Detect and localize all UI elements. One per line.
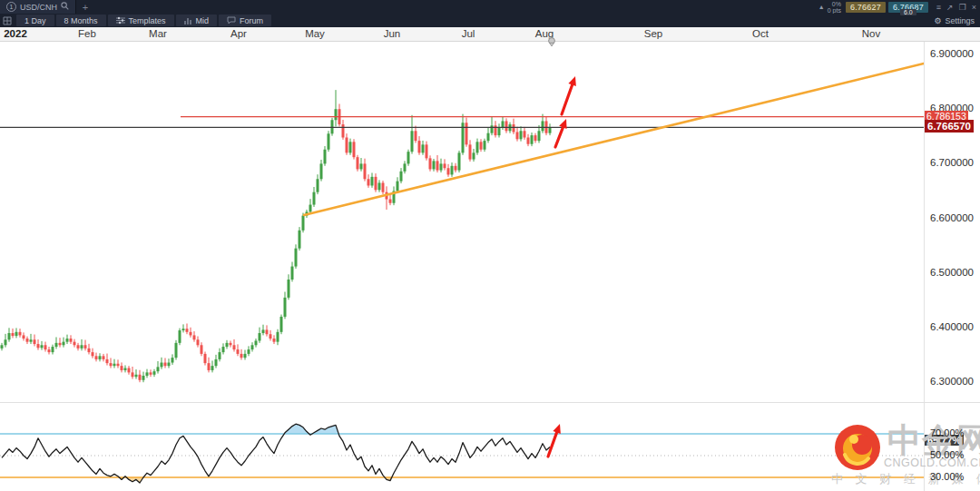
candle-body [317,179,319,191]
trendline[interactable] [304,64,924,215]
candle-body [360,163,363,169]
red-arrow-head [553,424,560,434]
close-icon[interactable]: × [972,3,976,12]
candle-body [422,144,425,152]
candle-body [179,330,181,343]
red-arrow-head [568,76,575,86]
candle-body [30,339,33,341]
candle-body [121,366,123,370]
candle-body [455,166,457,171]
add-tab-button[interactable]: + [76,2,94,13]
candle-body [193,335,196,339]
candle-body [378,182,381,190]
range-button[interactable]: 8 Months [56,15,106,26]
candle-body [8,333,11,339]
templates-button[interactable]: Templates [108,15,174,26]
gear-icon: ⚙ [934,16,941,25]
rsi-axis[interactable]: 65.77% 70.00%50.00%30.00% [924,403,980,491]
rsi-line [2,424,550,483]
range-label: 8 Months [64,16,98,25]
candle-body [77,345,80,349]
rsi-chart[interactable] [0,403,924,491]
candle-body [222,347,225,352]
forum-button[interactable]: Forum [219,15,271,26]
candle-body [520,131,523,139]
candle-body [215,359,218,366]
candle-body [168,363,171,367]
candle-body [74,342,76,346]
time-axis-label: Feb [67,28,107,39]
candle-body [23,335,25,339]
tab-number-badge: 1 [6,2,16,12]
time-axis-label: May [295,28,335,39]
candle-body [484,141,486,150]
candlestick-chart[interactable] [0,41,924,402]
bid-price-button[interactable]: 6.76627 [846,2,886,13]
candle-body [48,349,51,352]
candle-body [320,163,323,179]
menu-icon[interactable]: ≡ [936,3,941,12]
candle-body [266,329,269,334]
candle-body [524,131,526,137]
candle-body [1,345,4,349]
search-icon[interactable] [61,2,69,12]
candle-body [52,347,54,352]
settings-label: Settings [945,16,975,25]
layout-grid-icon[interactable] [0,15,15,26]
change-percent: 0% [828,1,841,7]
time-axis-label: Mar [138,28,178,39]
candle-body [226,343,229,347]
price-tick-label: 6.400000 [930,321,974,332]
candle-body [175,343,178,358]
candle-body [128,368,131,373]
red-arrow-shaft[interactable] [548,432,557,457]
candle-body [549,128,552,133]
candle-body [81,345,83,349]
price-tick-label: 6.900000 [930,48,974,59]
candle-body [280,317,283,332]
candle-body [444,163,446,168]
expand-icon[interactable]: ↗ [946,3,954,12]
red-arrow-shaft[interactable] [562,84,573,114]
candle-body [357,157,359,169]
candle-body [527,138,530,144]
axis-pin-icon[interactable] [547,34,556,51]
candle-body [466,123,468,144]
candle-body [389,200,392,203]
candle-body [531,135,534,144]
change-stats: 0% 0 pts [828,1,841,14]
mid-button[interactable]: Mid [176,15,218,26]
candle-body [404,163,407,171]
candle-body [375,177,377,190]
candle-body [161,363,163,368]
candle-body [12,333,15,336]
candle-body [164,363,167,367]
time-axis[interactable]: 2022FebMarAprMayJunJulAugSepOctNov [0,27,980,42]
candle-body [349,142,352,152]
candle-body [237,349,240,354]
rsi-tick-label: 30.00% [930,471,964,482]
candle-body [382,182,385,191]
candle-body [110,363,113,366]
candle-body [273,339,276,342]
candle-body [295,249,298,267]
candle-body [59,343,62,345]
timeframe-button[interactable]: 1 Day [16,15,54,26]
red-arrow-shaft[interactable] [555,127,563,147]
candle-body [436,161,439,170]
forum-label: Forum [240,16,263,25]
candle-body [204,354,207,363]
candle-body [342,124,345,137]
symbol-tab[interactable]: 1 USD/CNH [0,0,76,14]
candle-body [55,343,58,347]
candle-body [240,354,243,358]
restore-icon[interactable]: ❐ [959,3,966,12]
candle-body [63,342,65,346]
candle-body [324,150,327,164]
settings-button[interactable]: ⚙ Settings [934,16,980,25]
candle-body [142,376,145,380]
price-axis[interactable]: 6.786153 6.766570 6.9000006.8000006.7000… [924,41,980,402]
time-axis-label: Apr [219,28,259,39]
main-chart-pane[interactable]: 6.786153 6.766570 6.9000006.8000006.7000… [0,41,980,402]
rsi-indicator-pane[interactable]: 65.77% 70.00%50.00%30.00% [0,402,980,491]
